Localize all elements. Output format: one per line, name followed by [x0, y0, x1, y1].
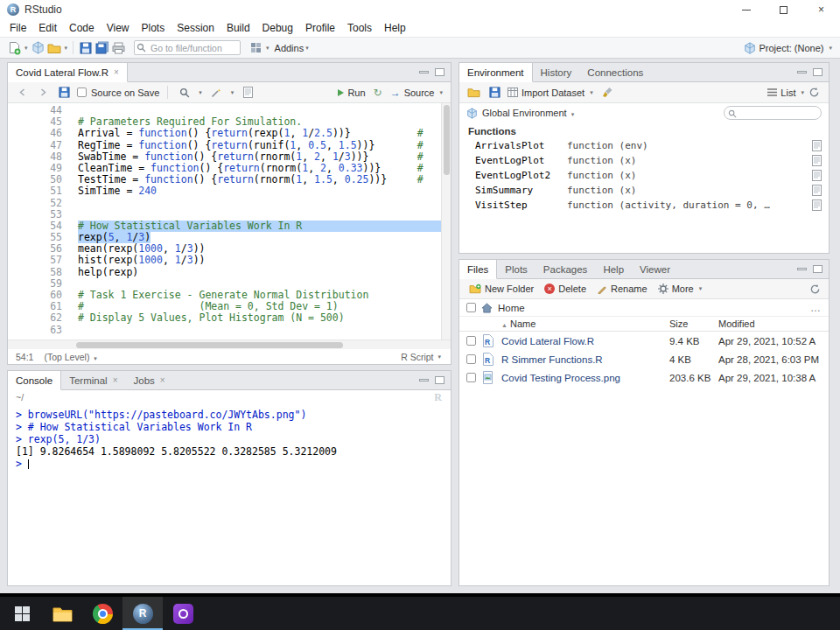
scope-selector[interactable]: (Top Level) ▾: [44, 352, 98, 362]
tab-terminal[interactable]: Terminal×: [61, 371, 125, 389]
start-button[interactable]: [2, 597, 42, 630]
maximize-pane-icon[interactable]: [813, 68, 822, 76]
tab-plots[interactable]: Plots: [497, 260, 536, 278]
view-function-icon[interactable]: [808, 140, 822, 151]
menu-debug[interactable]: Debug: [256, 20, 299, 36]
close-button[interactable]: ×: [802, 0, 840, 19]
save-all-button[interactable]: [94, 39, 110, 56]
refresh-icon[interactable]: [807, 281, 823, 298]
code-editor[interactable]: 4445# Parameters Required For Simulation…: [8, 103, 451, 340]
code-line-62[interactable]: 62# Display 5 Values, Plot Histogram (N …: [8, 312, 441, 324]
menu-profile[interactable]: Profile: [299, 20, 341, 36]
tab-covid-lateral-flow-r[interactable]: Covid Lateral Flow.R×: [8, 63, 128, 82]
maximize-button[interactable]: [765, 0, 802, 19]
breadcrumb-home[interactable]: Home: [498, 303, 525, 313]
file-name-link[interactable]: Covid Testing Process.png: [501, 373, 669, 383]
source-button[interactable]: →Source▾: [390, 88, 444, 98]
menu-file[interactable]: File: [4, 20, 32, 36]
menu-view[interactable]: View: [101, 20, 136, 36]
code-line-63[interactable]: 63: [8, 325, 441, 336]
column-size[interactable]: Size: [669, 318, 718, 329]
tab-files[interactable]: Files: [459, 260, 497, 279]
new-project-button[interactable]: [30, 39, 46, 56]
tab-viewer[interactable]: Viewer: [632, 260, 678, 278]
code-line-58[interactable]: 58help(rexp): [8, 267, 441, 278]
tab-connections[interactable]: Connections: [579, 63, 651, 81]
print-button[interactable]: [110, 39, 127, 56]
tab-packages[interactable]: Packages: [536, 260, 596, 278]
purple-app-button[interactable]: [163, 597, 203, 630]
menu-help[interactable]: Help: [378, 20, 412, 36]
code-tools-wand-icon[interactable]: [208, 84, 225, 101]
minimize-pane-icon[interactable]: [419, 379, 429, 382]
horizontal-scroll-thumb[interactable]: [76, 342, 343, 348]
file-checkbox[interactable]: [466, 373, 476, 382]
view-function-icon[interactable]: [808, 170, 822, 181]
file-name-link[interactable]: Covid Lateral Flow.R: [501, 336, 669, 346]
column-modified[interactable]: Modified: [718, 318, 829, 329]
minimize-pane-icon[interactable]: [419, 71, 429, 74]
file-row-r-simmer-functions-r[interactable]: RR Simmer Functions.R4 KBApr 28, 2021, 6…: [459, 350, 829, 368]
addins-button[interactable]: Addins▾: [275, 43, 311, 53]
close-icon[interactable]: ×: [114, 67, 119, 77]
tab-environment[interactable]: Environment: [459, 63, 533, 82]
refresh-icon[interactable]: [806, 84, 822, 101]
code-line-50[interactable]: 50TestTime = function() {return(rnorm(1,…: [8, 174, 441, 186]
file-explorer-button[interactable]: [42, 597, 82, 630]
menu-code[interactable]: Code: [63, 20, 101, 36]
rename-button[interactable]: Rename: [592, 284, 652, 294]
minimize-button[interactable]: [727, 0, 765, 19]
maximize-pane-icon[interactable]: [435, 376, 444, 384]
code-line-52[interactable]: 52: [8, 198, 441, 209]
rstudio-taskbar-button[interactable]: R: [122, 597, 163, 630]
run-button[interactable]: Run: [338, 88, 365, 98]
code-line-57[interactable]: 57hist(rexp(1000, 1/3)): [8, 255, 441, 266]
tab-help[interactable]: Help: [595, 260, 632, 278]
env-row-eventlogplot[interactable]: EventLogPlotfunction (x): [459, 153, 829, 168]
code-line-56[interactable]: 56mean(rexp(1000, 1/3)): [8, 243, 441, 255]
env-row-eventlogplot2[interactable]: EventLogPlot2function (x): [459, 168, 829, 183]
console-output[interactable]: > browseURL("https://pasteboard.co/JWYtA…: [8, 405, 451, 585]
environment-scope[interactable]: Global Environment ▾: [482, 108, 576, 118]
environment-search-input[interactable]: [740, 108, 817, 118]
source-on-save-checkbox[interactable]: [77, 88, 87, 97]
select-all-checkbox[interactable]: [466, 303, 476, 312]
environment-search[interactable]: [724, 106, 822, 120]
code-line-51[interactable]: 51SimTime = 240: [8, 186, 441, 197]
project-selector[interactable]: Project: (None)▾: [744, 42, 835, 54]
path-options-icon[interactable]: …: [810, 302, 822, 314]
goto-file-input[interactable]: [134, 40, 241, 55]
new-file-button[interactable]: [6, 39, 23, 56]
recent-files-dropdown-icon[interactable]: ▾: [65, 45, 68, 52]
load-workspace-icon[interactable]: [466, 84, 482, 101]
menu-plots[interactable]: Plots: [136, 20, 172, 36]
tab-console[interactable]: Console: [8, 371, 61, 390]
file-row-covid-testing-process-png[interactable]: Covid Testing Process.png203.6 KBApr 29,…: [459, 368, 829, 387]
tab-jobs[interactable]: Jobs×: [126, 371, 173, 389]
forward-icon[interactable]: [35, 84, 52, 101]
file-checkbox[interactable]: [466, 336, 476, 346]
back-icon[interactable]: [14, 84, 31, 101]
list-view-button[interactable]: List▾: [767, 88, 806, 98]
save-file-icon[interactable]: [56, 84, 73, 101]
new-file-dropdown-icon[interactable]: ▾: [24, 45, 28, 52]
file-row-covid-lateral-flow-r[interactable]: RCovid Lateral Flow.R9.4 KBApr 29, 2021,…: [459, 332, 829, 350]
code-line-55[interactable]: 55rexp(5, 1/3): [8, 232, 441, 243]
menu-edit[interactable]: Edit: [32, 20, 63, 36]
env-row-simsummary[interactable]: SimSummaryfunction (x): [459, 183, 829, 198]
file-checkbox[interactable]: [466, 354, 476, 364]
file-type-selector[interactable]: R Script▾: [401, 352, 443, 362]
new-folder-button[interactable]: New Folder: [465, 284, 538, 294]
delete-button[interactable]: × Delete: [540, 284, 591, 294]
code-line-54[interactable]: 54# How Statistical Variables Work In R: [8, 220, 441, 232]
view-function-icon[interactable]: [808, 200, 822, 211]
code-tools-dropdown-icon[interactable]: ▾: [231, 89, 234, 96]
close-icon[interactable]: ×: [113, 375, 118, 385]
more-button[interactable]: More▾: [654, 284, 709, 294]
chrome-button[interactable]: [82, 597, 122, 630]
pane-layout-button[interactable]: [248, 39, 264, 56]
save-workspace-icon[interactable]: [486, 84, 503, 101]
vertical-scrollbar[interactable]: [441, 103, 451, 340]
file-name-link[interactable]: R Simmer Functions.R: [501, 354, 669, 365]
find-icon[interactable]: [176, 84, 192, 101]
